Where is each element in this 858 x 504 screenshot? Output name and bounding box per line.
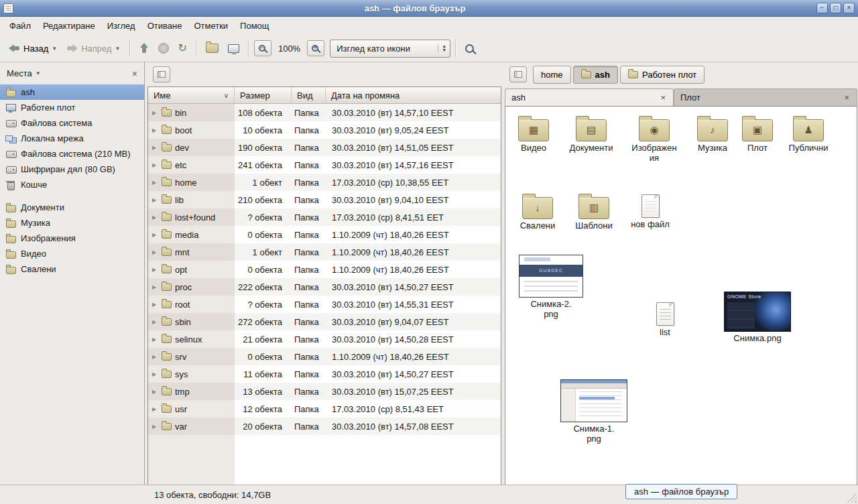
expander-icon[interactable]: ▶ (152, 110, 158, 116)
expander-icon[interactable]: ▶ (152, 336, 158, 342)
up-button[interactable] (135, 40, 153, 57)
sidebar-separator (0, 192, 144, 200)
sidebar-item-music[interactable]: Музика (0, 215, 144, 231)
view-mode-select[interactable]: Изглед като икони ▲▼ (330, 40, 450, 58)
zoom-in-button[interactable]: + (307, 40, 324, 56)
path-button-home[interactable]: home (533, 66, 571, 84)
icon-item-list[interactable]: list (643, 300, 687, 338)
tab-plot[interactable]: Плот× (674, 88, 857, 106)
column-header-3[interactable]: Дата на промяна (326, 87, 501, 104)
close-icon[interactable]: × (659, 92, 667, 103)
table-row[interactable]: ▶selinux21 обектаПапка30.03.2010 (вт) 14… (148, 330, 501, 348)
sidebar-item-downloads[interactable]: Свалени (0, 261, 144, 277)
sidebar-item-videos[interactable]: Видео (0, 246, 144, 261)
sidebar-item-filesystem[interactable]: Файлова система (0, 115, 144, 131)
path-button-ash[interactable]: ash (573, 66, 618, 84)
icon-item-templates[interactable]: ▥Шаблони (567, 192, 621, 231)
table-row[interactable]: ▶opt0 обектаПапка1.10.2009 (чт) 18,40,26… (148, 261, 501, 278)
menu-help[interactable]: Помощ (234, 18, 275, 34)
icon-item-music[interactable]: ♪Музика (685, 115, 740, 153)
table-row[interactable]: ▶sys11 обектаПапка30.03.2010 (вт) 14,50,… (148, 365, 501, 383)
table-row[interactable]: ▶var20 обектаПапка30.03.2010 (вт) 14,57,… (148, 418, 501, 435)
expander-icon[interactable]: ▶ (152, 319, 158, 325)
menu-edit[interactable]: Редактиране (37, 18, 101, 34)
minimize-button[interactable]: − (816, 3, 828, 13)
stop-button[interactable] (154, 40, 173, 57)
table-row[interactable]: ▶tmp13 обектаПапка30.03.2010 (вт) 15,07,… (148, 383, 501, 400)
expander-icon[interactable]: ▶ (152, 214, 158, 220)
expander-icon[interactable]: ▶ (152, 371, 158, 377)
computer-button[interactable] (224, 41, 243, 56)
icon-item-downloads[interactable]: ↓Свалени (511, 192, 564, 231)
table-row[interactable]: ▶usr12 обектаПапка17.03.2010 (ср) 8,51,4… (148, 400, 501, 418)
icon-item-videos[interactable]: ▦Видео (505, 115, 562, 153)
column-header-2[interactable]: Вид (292, 87, 326, 104)
sidebar-item-pictures[interactable]: Изображения (0, 231, 144, 246)
expander-icon[interactable]: ▶ (152, 180, 158, 186)
expander-icon[interactable]: ▶ (152, 267, 158, 273)
icon-item-desktop[interactable]: ▣Плот (733, 115, 782, 153)
expander-icon[interactable]: ▶ (152, 302, 158, 308)
pane-toggle-button[interactable] (509, 66, 527, 82)
icon-item-pictures[interactable]: ◉Изображен ия (625, 115, 684, 163)
sidebar-title[interactable]: Места (7, 68, 32, 78)
table-row[interactable]: ▶lib210 обектаПапка30.03.2010 (вт) 9,04,… (148, 191, 501, 208)
expander-icon[interactable]: ▶ (152, 232, 158, 238)
expander-icon[interactable]: ▶ (152, 354, 158, 360)
menu-go[interactable]: Отиване (141, 18, 188, 34)
column-header-1[interactable]: Размер (235, 87, 292, 104)
pane-toggle-button[interactable] (153, 66, 170, 82)
icon-item-snimka[interactable]: GNOME StoreСнимка.png (721, 292, 794, 344)
expander-icon[interactable]: ▶ (152, 249, 158, 255)
path-button-desktop[interactable]: Работен плот (620, 66, 704, 84)
sidebar-item-desktop[interactable]: Работен плот (0, 100, 144, 115)
back-button[interactable]: Назад ▼ (5, 40, 61, 57)
column-header-0[interactable]: Име∨ (148, 87, 235, 104)
table-row[interactable]: ▶mnt1 обектПапка1.10.2009 (чт) 18,40,26 … (148, 243, 501, 261)
expander-icon[interactable]: ▶ (152, 284, 158, 290)
menu-view[interactable]: Изглед (101, 18, 141, 34)
table-row[interactable]: ▶boot10 обектаПапка30.03.2010 (вт) 9,05,… (148, 121, 501, 139)
table-row[interactable]: ▶media0 обектаПапка1.10.2009 (чт) 18,40,… (148, 226, 501, 243)
sidebar-close-icon[interactable]: × (132, 68, 137, 79)
icon-item-snimka-1[interactable]: Снимка-1. png (558, 379, 630, 444)
tab-ash[interactable]: ash× (505, 88, 674, 106)
icon-item-documents[interactable]: ▤Документи (562, 115, 621, 153)
table-row[interactable]: ▶root? обектаПапка30.03.2010 (вт) 14,55,… (148, 296, 501, 313)
table-row[interactable]: ▶etc241 обектаПапка30.03.2010 (вт) 14,57… (148, 156, 501, 174)
forward-button[interactable]: Напред ▼ (62, 40, 124, 57)
maximize-button[interactable]: □ (830, 3, 841, 13)
menu-file[interactable]: Файл (3, 18, 37, 34)
sidebar-item-documents[interactable]: Документи (0, 200, 144, 215)
expander-icon[interactable]: ▶ (152, 145, 158, 151)
table-row[interactable]: ▶sbin272 обектаПапка30.03.2010 (вт) 9,04… (148, 313, 501, 330)
reload-button[interactable]: ↻ (174, 40, 191, 57)
close-button[interactable]: × (843, 3, 855, 13)
table-row[interactable]: ▶dev190 обектаПапка30.03.2010 (вт) 14,51… (148, 139, 501, 156)
table-row[interactable]: ▶home1 обектПапка17.03.2010 (ср) 10,38,5… (148, 174, 501, 191)
sidebar-item-trash[interactable]: Кошче (0, 177, 144, 192)
expander-icon[interactable]: ▶ (152, 127, 158, 133)
expander-icon[interactable]: ▶ (152, 389, 158, 395)
expander-icon[interactable]: ▶ (152, 197, 158, 203)
table-row[interactable]: ▶proc222 обектаПапка30.03.2010 (вт) 14,5… (148, 278, 501, 296)
sidebar-item-ash[interactable]: ash (0, 84, 144, 100)
expander-icon[interactable]: ▶ (152, 162, 158, 168)
sidebar-item-network[interactable]: Локална мрежа (0, 131, 144, 146)
sidebar-item-filesystem-210[interactable]: Файлова система (210 MB) (0, 146, 144, 162)
zoom-out-button[interactable]: − (254, 40, 271, 56)
table-row[interactable]: ▶bin108 обектаПапка30.03.2010 (вт) 14,57… (148, 104, 501, 121)
menu-bookmarks[interactable]: Отметки (188, 18, 234, 34)
home-button[interactable] (202, 40, 223, 56)
search-button[interactable] (461, 41, 478, 56)
icon-item-new-file[interactable]: нов файл (623, 192, 677, 230)
sidebar-item-encrypted-80[interactable]: Шифриран дял (80 GB) (0, 162, 144, 177)
icon-item-snimka-2[interactable]: GUADECСнимка-2. png (516, 255, 586, 319)
resize-grip[interactable] (847, 493, 857, 503)
table-row[interactable]: ▶srv0 обектаПапка1.10.2009 (чт) 18,40,26… (148, 348, 501, 365)
icon-item-public[interactable]: ♟Публични (782, 115, 835, 153)
close-icon[interactable]: × (843, 92, 851, 103)
expander-icon[interactable]: ▶ (152, 424, 158, 430)
table-row[interactable]: ▶lost+found? обектаПапка17.03.2010 (ср) … (148, 208, 501, 226)
expander-icon[interactable]: ▶ (152, 406, 158, 412)
